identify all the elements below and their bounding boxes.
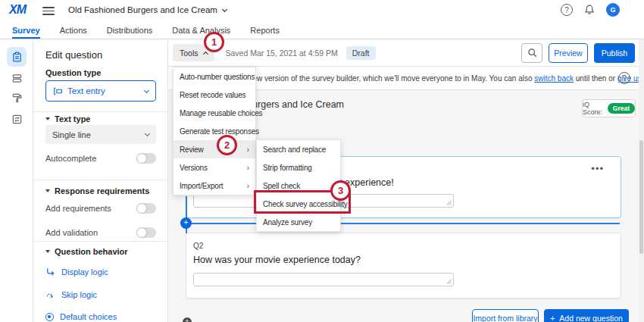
preview-button[interactable]: Preview: [549, 43, 588, 63]
xm-logo: XM: [9, 3, 26, 17]
annotation-step-3: 3: [330, 180, 351, 201]
help-icon[interactable]: ?: [561, 4, 573, 16]
add-new-question-button[interactable]: + Add new question: [544, 309, 629, 322]
banner-middle: until then or: [574, 74, 617, 83]
add-question-inline-button[interactable]: +: [183, 317, 192, 322]
skip-logic-label: Skip logic: [61, 290, 97, 299]
menu-item-label: Versions: [180, 164, 208, 172]
annotation-step-1: 1: [204, 32, 224, 52]
menu-item-label: Manage reusable choices: [180, 109, 262, 117]
question-behavior-section-header[interactable]: Question behavior: [45, 247, 128, 256]
default-choices-icon: [45, 313, 54, 321]
import-from-library-button[interactable]: Import from library: [472, 309, 539, 322]
notifications-bell-icon[interactable]: [583, 4, 596, 16]
tools-menu-item-manage-reusable-choices[interactable]: Manage reusable choices: [174, 104, 255, 122]
add-validation-toggle[interactable]: [136, 227, 156, 238]
chevron-down-icon: [222, 6, 227, 11]
look-and-feel-icon[interactable]: [7, 88, 27, 108]
menu-item-label: Spell check: [263, 182, 300, 190]
review-submenu-item-analyze-survey[interactable]: Analyze survey: [257, 213, 340, 231]
edit-question-panel: Edit question Question type Text entry T…: [33, 39, 168, 322]
autocomplete-row: Autocomplete: [45, 153, 156, 164]
menu-item-label: Analyze survey: [263, 218, 312, 227]
response-requirements-section-header[interactable]: Response requirements: [45, 186, 149, 195]
draft-badge: Draft: [346, 46, 376, 60]
question-behavior-label: Question behavior: [55, 247, 128, 256]
question-card-q2[interactable]: [186, 233, 621, 299]
plus-icon: +: [550, 314, 555, 322]
review-submenu-item-search-and-replace[interactable]: Search and replace: [257, 140, 340, 158]
add-requirements-row: Add requirements: [45, 203, 156, 214]
publish-button[interactable]: Publish: [594, 43, 635, 63]
menu-item-label: Auto-number questions: [180, 73, 255, 81]
iq-score-label: iQ Score:: [583, 101, 604, 116]
text-type-section-header[interactable]: Text type: [45, 114, 90, 123]
annotation-step-2: 2: [217, 135, 237, 155]
menu-item-label: Generate test responses: [180, 127, 259, 136]
banner-text: You're using the new version of the surv…: [192, 74, 644, 83]
add-question-inline-button[interactable]: +: [180, 217, 192, 229]
scrollbar-track[interactable]: [639, 39, 644, 322]
display-logic-label: Display logic: [61, 267, 108, 277]
review-submenu-item-strip-formatting[interactable]: Strip formatting: [257, 158, 340, 177]
survey-builder-app: XM Old Fashioned Burgers and Ice Cream ?…: [0, 0, 644, 322]
submenu-chevron-icon: ›: [247, 163, 249, 172]
question-menu-ellipsis-icon[interactable]: •••: [591, 163, 604, 174]
skip-logic-link[interactable]: Skip logic: [45, 289, 97, 299]
iq-score-box[interactable]: iQ Score: Great: [582, 99, 636, 117]
left-icon-rail: ›: [0, 39, 33, 322]
add-requirements-toggle[interactable]: [136, 203, 156, 214]
nav-tabs: SurveyActionsDistributionsData & Analysi…: [0, 21, 644, 39]
q2-number-label: Q2: [193, 242, 203, 250]
display-logic-icon: [45, 267, 55, 277]
tools-menu-item-reset-recode-values[interactable]: Reset recode values: [174, 86, 255, 104]
q2-answer-input[interactable]: [193, 273, 454, 286]
tab-reports[interactable]: Reports: [250, 21, 280, 39]
tools-menu-item-auto-number-questions[interactable]: Auto-number questions: [174, 67, 255, 86]
block-options-icon[interactable]: [7, 68, 27, 88]
header-actions: ? G: [561, 3, 620, 17]
iq-score-value-badge: Great: [608, 103, 635, 114]
resize-handle-icon[interactable]: [446, 279, 452, 284]
question-type-dropdown[interactable]: Text entry: [45, 80, 156, 102]
tools-menu-item-versions[interactable]: Versions›: [174, 158, 255, 177]
survey-name-dropdown[interactable]: Old Fashioned Burgers and Ice Cream: [68, 5, 227, 14]
tools-menu-item-import-export[interactable]: Import/Export›: [174, 177, 255, 195]
banner-help-icon[interactable]: ?: [618, 72, 630, 84]
tools-menu-item-generate-test-responses[interactable]: Generate test responses: [174, 122, 255, 140]
resize-handle-icon[interactable]: [446, 200, 452, 205]
chevron-down-icon: [144, 87, 149, 92]
switch-back-link[interactable]: switch back: [534, 74, 574, 83]
scrollbar-thumb[interactable]: [639, 140, 643, 254]
user-avatar[interactable]: G: [606, 3, 620, 17]
text-type-select[interactable]: Single line: [45, 125, 156, 144]
text-type-label: Text type: [55, 114, 90, 123]
panel-title: Edit question: [45, 49, 102, 61]
q2-question-text[interactable]: How was your movie experience today?: [193, 255, 361, 265]
menu-item-label: Import/Export: [180, 182, 223, 190]
autocomplete-toggle[interactable]: [136, 153, 156, 164]
tab-actions[interactable]: Actions: [60, 21, 87, 39]
tab-distributions[interactable]: Distributions: [107, 21, 153, 39]
search-button[interactable]: [521, 43, 542, 63]
response-requirements-label: Response requirements: [55, 186, 149, 195]
default-choices-link[interactable]: Default choices: [45, 312, 117, 321]
saved-status: Saved Mar 15, 2021 at 4:59 PM: [226, 48, 338, 58]
tools-button-label: Tools: [180, 48, 199, 58]
text-entry-icon: [53, 87, 63, 95]
top-header: XM Old Fashioned Burgers and Ice Cream ?…: [0, 0, 644, 21]
hamburger-menu-icon[interactable]: [42, 7, 55, 15]
survey-flow-icon[interactable]: [7, 109, 27, 129]
display-logic-link[interactable]: Display logic: [45, 267, 108, 277]
survey-builder-icon[interactable]: [7, 47, 27, 67]
divider: [33, 241, 168, 242]
review-submenu: Search and replaceStrip formattingSpell …: [256, 139, 341, 232]
divider: [33, 180, 168, 180]
survey-name-label: Old Fashioned Burgers and Ice Cream: [68, 5, 217, 14]
add-question-divider-line: [186, 223, 620, 224]
default-choices-label: Default choices: [60, 312, 117, 321]
skip-logic-icon: [45, 289, 55, 299]
tools-menu-item-review[interactable]: Review›: [174, 140, 255, 158]
tab-survey[interactable]: Survey: [12, 21, 40, 39]
add-new-question-label: Add new question: [559, 314, 622, 322]
